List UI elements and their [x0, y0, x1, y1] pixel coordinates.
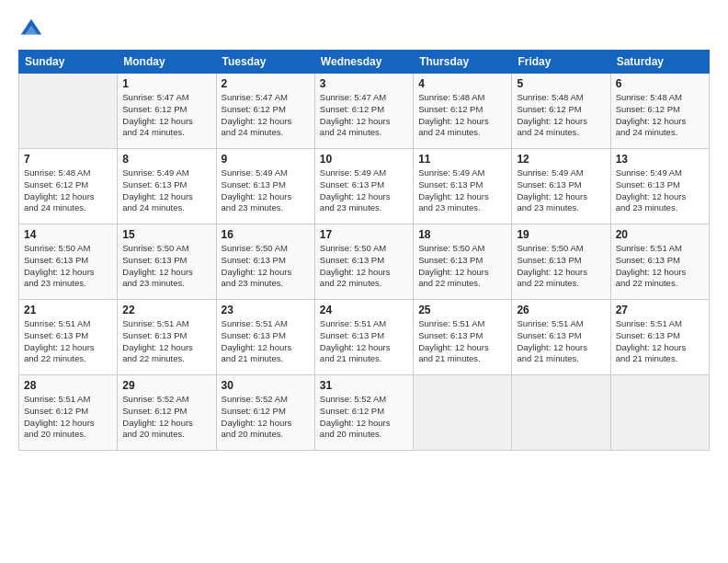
day-info: Sunrise: 5:51 AM Sunset: 6:13 PM Dayligh… [616, 243, 704, 290]
day-number: 11 [418, 153, 506, 166]
day-info: Sunrise: 5:51 AM Sunset: 6:13 PM Dayligh… [616, 318, 704, 365]
day-number: 23 [222, 304, 310, 316]
day-number: 14 [24, 228, 112, 241]
calendar-cell: 5Sunrise: 5:48 AM Sunset: 6:12 PM Daylig… [512, 74, 610, 149]
day-info: Sunrise: 5:51 AM Sunset: 6:13 PM Dayligh… [418, 318, 506, 365]
day-info: Sunrise: 5:50 AM Sunset: 6:13 PM Dayligh… [320, 243, 408, 290]
day-info: Sunrise: 5:51 AM Sunset: 6:13 PM Dayligh… [320, 318, 408, 365]
day-header-friday: Friday [512, 51, 610, 74]
page-container: SundayMondayTuesdayWednesdayThursdayFrid… [0, 0, 728, 460]
day-info: Sunrise: 5:47 AM Sunset: 6:12 PM Dayligh… [222, 92, 310, 139]
calendar-cell: 22Sunrise: 5:51 AM Sunset: 6:13 PM Dayli… [118, 300, 216, 375]
day-number: 20 [616, 228, 704, 241]
day-number: 5 [517, 77, 605, 90]
day-number: 28 [24, 379, 112, 392]
logo [18, 17, 48, 42]
day-info: Sunrise: 5:50 AM Sunset: 6:13 PM Dayligh… [222, 243, 310, 290]
calendar-cell: 27Sunrise: 5:51 AM Sunset: 6:13 PM Dayli… [610, 300, 709, 375]
day-info: Sunrise: 5:49 AM Sunset: 6:13 PM Dayligh… [122, 167, 210, 214]
day-info: Sunrise: 5:52 AM Sunset: 6:12 PM Dayligh… [320, 394, 408, 441]
day-number: 19 [517, 228, 605, 241]
day-info: Sunrise: 5:48 AM Sunset: 6:12 PM Dayligh… [616, 92, 704, 139]
day-info: Sunrise: 5:51 AM Sunset: 6:12 PM Dayligh… [24, 394, 112, 441]
day-number: 3 [320, 77, 408, 90]
day-info: Sunrise: 5:50 AM Sunset: 6:13 PM Dayligh… [122, 243, 210, 290]
week-row-0: 1Sunrise: 5:47 AM Sunset: 6:12 PM Daylig… [19, 74, 710, 149]
day-number: 26 [517, 304, 605, 316]
calendar-cell: 30Sunrise: 5:52 AM Sunset: 6:12 PM Dayli… [216, 375, 314, 451]
day-number: 25 [418, 304, 506, 316]
day-number: 24 [320, 304, 408, 316]
day-info: Sunrise: 5:48 AM Sunset: 6:12 PM Dayligh… [24, 167, 112, 214]
day-header-monday: Monday [118, 51, 216, 74]
day-header-thursday: Thursday [414, 51, 512, 74]
calendar-cell: 2Sunrise: 5:47 AM Sunset: 6:12 PM Daylig… [216, 74, 314, 149]
day-info: Sunrise: 5:47 AM Sunset: 6:12 PM Dayligh… [320, 92, 408, 139]
day-info: Sunrise: 5:51 AM Sunset: 6:13 PM Dayligh… [517, 318, 605, 365]
calendar-cell: 23Sunrise: 5:51 AM Sunset: 6:13 PM Dayli… [216, 300, 314, 375]
day-info: Sunrise: 5:49 AM Sunset: 6:13 PM Dayligh… [222, 167, 310, 214]
day-number: 30 [222, 379, 310, 392]
day-number: 15 [122, 228, 210, 241]
day-info: Sunrise: 5:51 AM Sunset: 6:13 PM Dayligh… [222, 318, 310, 365]
day-number: 21 [24, 304, 112, 316]
calendar-cell: 21Sunrise: 5:51 AM Sunset: 6:13 PM Dayli… [19, 300, 118, 375]
day-info: Sunrise: 5:49 AM Sunset: 6:13 PM Dayligh… [517, 167, 605, 214]
calendar-cell: 17Sunrise: 5:50 AM Sunset: 6:13 PM Dayli… [314, 224, 413, 300]
day-number: 16 [222, 228, 310, 241]
calendar-cell: 25Sunrise: 5:51 AM Sunset: 6:13 PM Dayli… [414, 300, 512, 375]
day-info: Sunrise: 5:47 AM Sunset: 6:12 PM Dayligh… [122, 92, 210, 139]
day-info: Sunrise: 5:52 AM Sunset: 6:12 PM Dayligh… [222, 394, 310, 441]
day-number: 13 [616, 153, 704, 166]
calendar-cell: 10Sunrise: 5:49 AM Sunset: 6:13 PM Dayli… [314, 149, 413, 224]
calendar-cell: 1Sunrise: 5:47 AM Sunset: 6:12 PM Daylig… [118, 74, 216, 149]
calendar-cell: 26Sunrise: 5:51 AM Sunset: 6:13 PM Dayli… [512, 300, 610, 375]
calendar-cell: 24Sunrise: 5:51 AM Sunset: 6:13 PM Dayli… [314, 300, 413, 375]
day-info: Sunrise: 5:51 AM Sunset: 6:13 PM Dayligh… [122, 318, 210, 365]
day-number: 8 [122, 153, 210, 166]
calendar-cell: 18Sunrise: 5:50 AM Sunset: 6:13 PM Dayli… [414, 224, 512, 300]
day-info: Sunrise: 5:48 AM Sunset: 6:12 PM Dayligh… [418, 92, 506, 139]
day-info: Sunrise: 5:48 AM Sunset: 6:12 PM Dayligh… [517, 92, 605, 139]
day-number: 27 [616, 304, 704, 316]
header-row [18, 17, 710, 42]
day-number: 1 [122, 77, 210, 90]
header-row-days: SundayMondayTuesdayWednesdayThursdayFrid… [19, 51, 710, 74]
week-row-4: 28Sunrise: 5:51 AM Sunset: 6:12 PM Dayli… [19, 375, 710, 451]
calendar-cell: 28Sunrise: 5:51 AM Sunset: 6:12 PM Dayli… [19, 375, 118, 451]
day-number: 10 [320, 153, 408, 166]
calendar-cell [610, 375, 709, 451]
calendar-cell: 14Sunrise: 5:50 AM Sunset: 6:13 PM Dayli… [19, 224, 118, 300]
calendar-cell: 31Sunrise: 5:52 AM Sunset: 6:12 PM Dayli… [314, 375, 413, 451]
day-header-wednesday: Wednesday [314, 51, 413, 74]
logo-icon [18, 17, 44, 42]
day-number: 29 [122, 379, 210, 392]
calendar-cell: 9Sunrise: 5:49 AM Sunset: 6:13 PM Daylig… [216, 149, 314, 224]
calendar-cell: 7Sunrise: 5:48 AM Sunset: 6:12 PM Daylig… [19, 149, 118, 224]
calendar-cell: 15Sunrise: 5:50 AM Sunset: 6:13 PM Dayli… [118, 224, 216, 300]
day-number: 18 [418, 228, 506, 241]
calendar-cell: 8Sunrise: 5:49 AM Sunset: 6:13 PM Daylig… [118, 149, 216, 224]
day-number: 12 [517, 153, 605, 166]
day-number: 9 [222, 153, 310, 166]
calendar-cell: 12Sunrise: 5:49 AM Sunset: 6:13 PM Dayli… [512, 149, 610, 224]
week-row-3: 21Sunrise: 5:51 AM Sunset: 6:13 PM Dayli… [19, 300, 710, 375]
day-number: 2 [222, 77, 310, 90]
day-info: Sunrise: 5:50 AM Sunset: 6:13 PM Dayligh… [418, 243, 506, 290]
day-number: 6 [616, 77, 704, 90]
calendar-cell [512, 375, 610, 451]
day-info: Sunrise: 5:52 AM Sunset: 6:12 PM Dayligh… [122, 394, 210, 441]
day-header-tuesday: Tuesday [216, 51, 314, 74]
calendar-cell: 19Sunrise: 5:50 AM Sunset: 6:13 PM Dayli… [512, 224, 610, 300]
week-row-1: 7Sunrise: 5:48 AM Sunset: 6:12 PM Daylig… [19, 149, 710, 224]
day-header-sunday: Sunday [19, 51, 118, 74]
day-info: Sunrise: 5:51 AM Sunset: 6:13 PM Dayligh… [24, 318, 112, 365]
calendar-cell: 13Sunrise: 5:49 AM Sunset: 6:13 PM Dayli… [610, 149, 709, 224]
day-number: 17 [320, 228, 408, 241]
day-info: Sunrise: 5:50 AM Sunset: 6:13 PM Dayligh… [24, 243, 112, 290]
day-number: 22 [122, 304, 210, 316]
calendar-cell [414, 375, 512, 451]
calendar-cell: 11Sunrise: 5:49 AM Sunset: 6:13 PM Dayli… [414, 149, 512, 224]
day-info: Sunrise: 5:49 AM Sunset: 6:13 PM Dayligh… [616, 167, 704, 214]
calendar-cell: 29Sunrise: 5:52 AM Sunset: 6:12 PM Dayli… [118, 375, 216, 451]
